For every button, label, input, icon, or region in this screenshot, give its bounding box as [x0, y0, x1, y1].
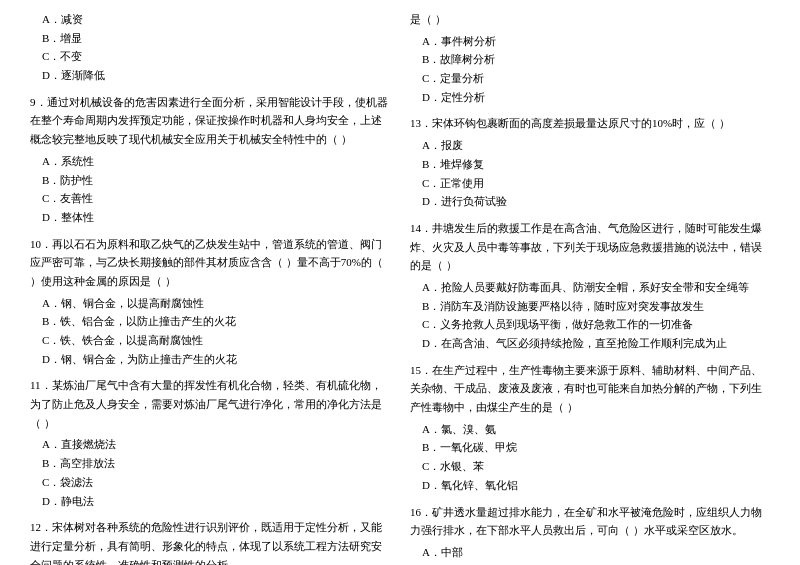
q9-option-c: C．友善性 [42, 189, 390, 208]
option-a-jianzi: A．减资 [42, 10, 390, 29]
main-content: A．减资 B．增显 C．不变 D．逐渐降低 9．通过对机械设备的危害因素进行全面… [30, 10, 770, 565]
qr-is-option-b: B．故障树分析 [422, 50, 770, 69]
question-15-block: 15．在生产过程中，生产性毒物主要来源于原料、辅助材料、中间产品、关杂物、干成品… [410, 361, 770, 495]
q10-option-b: B．铁、铝合金，以防止撞击产生的火花 [42, 312, 390, 331]
q14-option-a: A．抢险人员要戴好防毒面具、防潮安全帽，系好安全带和安全绳等 [422, 278, 770, 297]
question-12-text: 12．宋体树对各种系统的危险性进行识别评价，既适用于定性分析，又能进行定量分析，… [30, 518, 390, 565]
question-block-options-a: A．减资 B．增显 C．不变 D．逐渐降低 [30, 10, 390, 85]
question-16-block: 16．矿井透水量超过排水能力，在全矿和水平被淹危险时，应组织人力物力强行排水，在… [410, 503, 770, 562]
q11-option-c: C．袋滤法 [42, 473, 390, 492]
q11-option-b: B．高空排放法 [42, 454, 390, 473]
question-10-block: 10．再以石石为原料和取乙炔气的乙炔发生站中，管道系统的管道、阀门应严密可靠，与… [30, 235, 390, 369]
q11-option-a: A．直接燃烧法 [42, 435, 390, 454]
q9-option-d: D．整体性 [42, 208, 390, 227]
question-13-block: 13．宋体环钩包裹断面的高度差损最量达原尺寸的10%时，应（ ） A．报废 B．… [410, 114, 770, 210]
option-d-zujian: D．逐渐降低 [42, 66, 390, 85]
qr-is-option-c: C．定量分析 [422, 69, 770, 88]
q14-option-c: C．义务抢救人员到现场平衡，做好急救工作的一切准备 [422, 315, 770, 334]
q10-option-c: C．铁、铁合金，以提高耐腐蚀性 [42, 331, 390, 350]
q13-option-a: A．报废 [422, 136, 770, 155]
q9-option-b: B．防护性 [42, 171, 390, 190]
q15-option-b: B．一氧化碳、甲烷 [422, 438, 770, 457]
q16-option-a: A．中部 [422, 543, 770, 562]
q15-option-c: C．水银、苯 [422, 457, 770, 476]
question-9-text: 9．通过对机械设备的危害因素进行全面分析，采用智能设计手段，使机器在整个寿命周期… [30, 93, 390, 149]
q13-option-d: D．进行负荷试验 [422, 192, 770, 211]
qr-is-option-a: A．事件树分析 [422, 32, 770, 51]
question-right-is-block: 是（ ） A．事件树分析 B．故障树分析 C．定量分析 D．定性分析 [410, 10, 770, 106]
question-right-is-text: 是（ ） [410, 10, 770, 29]
q10-option-d: D．钢、铜合金，为防止撞击产生的火花 [42, 350, 390, 369]
q13-option-b: B．堆焊修复 [422, 155, 770, 174]
left-column: A．减资 B．增显 C．不变 D．逐渐降低 9．通过对机械设备的危害因素进行全面… [30, 10, 390, 565]
question-14-block: 14．井塘发生后的救援工作是在高含油、气危险区进行，随时可能发生爆炸、火灾及人员… [410, 219, 770, 353]
q15-option-a: A．氯、溴、氨 [422, 420, 770, 439]
option-c-bubian: C．不变 [42, 47, 390, 66]
question-14-text: 14．井塘发生后的救援工作是在高含油、气危险区进行，随时可能发生爆炸、火灾及人员… [410, 219, 770, 275]
page-container: A．减资 B．增显 C．不变 D．逐渐降低 9．通过对机械设备的危害因素进行全面… [0, 0, 800, 565]
q14-option-d: D．在高含油、气区必须持续抢险，直至抢险工作顺利完成为止 [422, 334, 770, 353]
question-10-text: 10．再以石石为原料和取乙炔气的乙炔发生站中，管道系统的管道、阀门应严密可靠，与… [30, 235, 390, 291]
question-12-block: 12．宋体树对各种系统的危险性进行识别评价，既适用于定性分析，又能进行定量分析，… [30, 518, 390, 565]
option-b-zenghui: B．增显 [42, 29, 390, 48]
q9-option-a: A．系统性 [42, 152, 390, 171]
question-13-text: 13．宋体环钩包裹断面的高度差损最量达原尺寸的10%时，应（ ） [410, 114, 770, 133]
q11-option-d: D．静电法 [42, 492, 390, 511]
q14-option-b: B．消防车及消防设施要严格以待，随时应对突发事故发生 [422, 297, 770, 316]
question-11-text: 11．某炼油厂尾气中含有大量的挥发性有机化合物，轻类、有机硫化物，为了防止危及人… [30, 376, 390, 432]
q13-option-c: C．正常使用 [422, 174, 770, 193]
qr-is-option-d: D．定性分析 [422, 88, 770, 107]
right-column: 是（ ） A．事件树分析 B．故障树分析 C．定量分析 D．定性分析 13．宋体… [410, 10, 770, 565]
question-16-text: 16．矿井透水量超过排水能力，在全矿和水平被淹危险时，应组织人力物力强行排水，在… [410, 503, 770, 540]
question-11-block: 11．某炼油厂尾气中含有大量的挥发性有机化合物，轻类、有机硫化物，为了防止危及人… [30, 376, 390, 510]
q15-option-d: D．氧化锌、氧化铝 [422, 476, 770, 495]
q10-option-a: A．钢、铜合金，以提高耐腐蚀性 [42, 294, 390, 313]
question-9-block: 9．通过对机械设备的危害因素进行全面分析，采用智能设计手段，使机器在整个寿命周期… [30, 93, 390, 227]
question-15-text: 15．在生产过程中，生产性毒物主要来源于原料、辅助材料、中间产品、关杂物、干成品… [410, 361, 770, 417]
